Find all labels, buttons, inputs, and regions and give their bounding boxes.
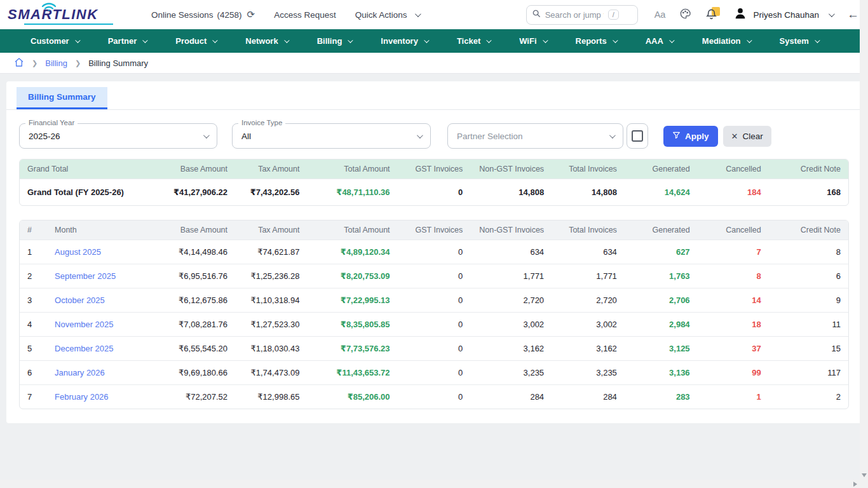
financial-year-label: Financial Year xyxy=(25,119,78,126)
partner-selection-placeholder: Partner Selection xyxy=(457,132,523,141)
collapse-arrow-icon[interactable]: ← xyxy=(847,8,859,22)
credit-note: 8 xyxy=(769,240,848,264)
chevron-down-icon xyxy=(203,132,210,139)
credit-note: 11 xyxy=(769,312,848,336)
month-link[interactable]: August 2025 xyxy=(47,240,157,264)
non-gst-invoices: 3,002 xyxy=(470,312,552,336)
total-amount: ₹11,43,653.72 xyxy=(307,360,397,384)
base-amount: ₹6,12,675.86 xyxy=(157,288,235,312)
month-link[interactable]: February 2026 xyxy=(47,384,157,409)
nav-item-wifi[interactable]: WiFi xyxy=(519,36,546,46)
search-input[interactable] xyxy=(545,10,604,20)
month-link[interactable]: October 2025 xyxy=(55,295,105,305)
generated: 627 xyxy=(625,240,698,264)
invoice-type-select[interactable]: Invoice Type All xyxy=(232,123,431,149)
column-header: Month xyxy=(47,220,157,240)
nav-item-system[interactable]: System xyxy=(780,36,818,46)
table-row: 1August 2025₹4,14,498.46₹74,621.87₹4,89,… xyxy=(20,240,848,264)
select-all-partners-checkbox[interactable] xyxy=(632,130,643,142)
non-gst-invoices: 2,720 xyxy=(470,288,552,312)
column-header: # xyxy=(20,220,47,240)
chevron-down-icon xyxy=(142,37,147,43)
column-header: Tax Amount xyxy=(235,220,307,240)
online-sessions-count: (4258) xyxy=(217,10,242,20)
clear-button[interactable]: ✕ Clear xyxy=(723,126,771,147)
generated: 3,136 xyxy=(625,360,698,384)
table-row: 3October 2025₹6,12,675.86₹1,10,318.94₹7,… xyxy=(20,288,848,312)
generated: 1,763 xyxy=(625,264,698,288)
nav-item-network[interactable]: Network xyxy=(245,36,287,46)
quick-actions-menu[interactable]: Quick Actions xyxy=(355,10,419,20)
breadcrumb: ❯ Billing ❯ Billing Summary xyxy=(0,53,868,74)
breadcrumb-billing[interactable]: Billing xyxy=(45,58,67,68)
base-amount: ₹72,207.52 xyxy=(157,384,235,409)
month-link[interactable]: August 2025 xyxy=(55,247,101,257)
financial-year-select[interactable]: Financial Year 2025-26 xyxy=(19,123,217,149)
nav-item-aaa[interactable]: AAA xyxy=(646,36,673,46)
column-header: Generated xyxy=(625,159,698,179)
non-gst-invoices: 284 xyxy=(470,384,552,409)
online-sessions[interactable]: Online Sessions (4258) ⟳ xyxy=(151,9,255,20)
column-header: Total Invoices xyxy=(552,159,625,179)
theme-palette-icon[interactable] xyxy=(679,8,691,22)
home-icon[interactable] xyxy=(14,57,24,69)
partner-selection-select[interactable]: Partner Selection xyxy=(447,123,623,149)
user-menu[interactable]: Priyesh Chauhan xyxy=(733,6,833,23)
tax-amount: ₹1,10,318.94 xyxy=(235,288,307,312)
month-link[interactable]: January 2026 xyxy=(47,360,157,384)
scroll-right-arrow[interactable] xyxy=(853,482,857,487)
smartlink-logo[interactable]: SMARTLINK xyxy=(8,6,121,23)
table-row: 4November 2025₹7,08,281.76₹1,27,523.30₹8… xyxy=(20,312,848,336)
month-link[interactable]: November 2025 xyxy=(55,320,114,329)
chevron-down-icon xyxy=(348,37,353,43)
non-gst-invoices: 634 xyxy=(470,240,552,264)
horizontal-scrollbar[interactable] xyxy=(0,480,860,488)
cancelled: 1 xyxy=(698,384,769,409)
nav-item-partner[interactable]: Partner xyxy=(108,36,147,46)
month-link[interactable]: December 2025 xyxy=(47,336,157,360)
month-link[interactable]: December 2025 xyxy=(55,344,114,353)
total-invoices: 3,235 xyxy=(552,360,625,384)
invoice-type-label: Invoice Type xyxy=(238,119,285,126)
global-search[interactable]: / xyxy=(526,5,638,25)
credit-note: 15 xyxy=(769,336,848,360)
nav-item-mediation[interactable]: Mediation xyxy=(702,36,750,46)
nav-item-inventory[interactable]: Inventory xyxy=(381,36,428,46)
notifications-bell-icon[interactable] xyxy=(705,8,718,21)
avatar xyxy=(733,6,747,23)
month-link[interactable]: November 2025 xyxy=(47,312,157,336)
month-link[interactable]: September 2025 xyxy=(55,271,116,281)
access-request-link[interactable]: Access Request xyxy=(274,10,336,20)
font-size-icon[interactable]: Aa xyxy=(654,10,666,20)
vertical-scrollbar[interactable] xyxy=(860,0,868,480)
nav-item-customer[interactable]: Customer xyxy=(31,36,79,46)
column-header: Base Amount xyxy=(157,220,235,240)
nav-item-reports[interactable]: Reports xyxy=(576,36,616,46)
gst-invoices: 0 xyxy=(398,360,471,384)
gst-invoices: 0 xyxy=(398,179,471,205)
nav-item-product[interactable]: Product xyxy=(175,36,216,46)
total-amount: ₹7,73,576.23 xyxy=(307,336,397,360)
base-amount: ₹6,95,516.76 xyxy=(157,264,235,288)
chevron-down-icon xyxy=(609,132,616,139)
nav-item-billing[interactable]: Billing xyxy=(317,36,352,46)
nav-item-ticket[interactable]: Ticket xyxy=(457,36,490,46)
tab-bar: Billing Summary xyxy=(6,81,862,110)
month-link[interactable]: February 2026 xyxy=(55,392,109,402)
chevron-down-icon xyxy=(414,11,421,17)
total-invoices: 284 xyxy=(552,384,625,409)
breadcrumb-current: Billing Summary xyxy=(88,58,148,68)
apply-button[interactable]: Apply xyxy=(663,126,718,147)
refresh-icon[interactable]: ⟳ xyxy=(247,9,255,20)
search-shortcut-badge: / xyxy=(608,10,619,20)
month-link[interactable]: September 2025 xyxy=(47,264,157,288)
month-link[interactable]: January 2026 xyxy=(55,368,105,377)
column-header: Grand Total xyxy=(20,159,157,179)
tax-amount: ₹12,998.65 xyxy=(235,384,307,409)
gst-invoices: 0 xyxy=(398,336,471,360)
scroll-down-arrow[interactable] xyxy=(862,473,867,477)
month-link[interactable]: October 2025 xyxy=(47,288,157,312)
cancelled: 99 xyxy=(698,360,769,384)
tab-billing-summary[interactable]: Billing Summary xyxy=(17,87,107,109)
chevron-down-icon xyxy=(213,37,218,43)
